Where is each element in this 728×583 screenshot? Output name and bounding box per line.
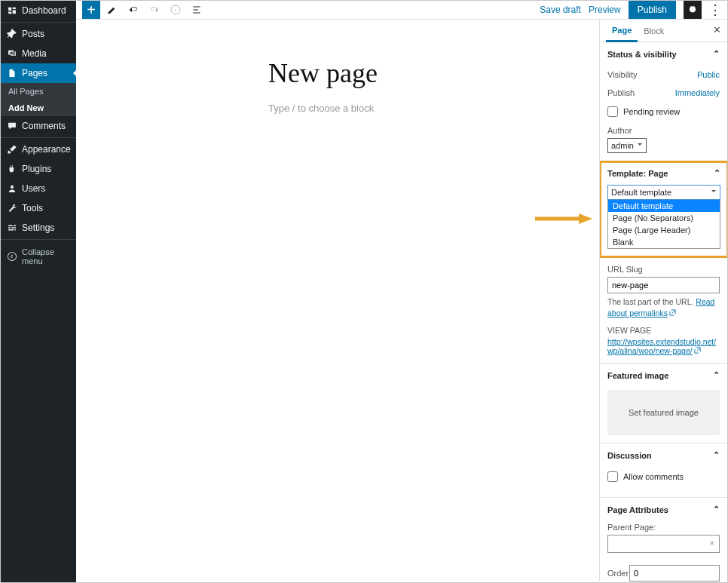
- sidebar-item-media[interactable]: Media: [1, 44, 76, 63]
- pending-review-checkbox[interactable]: [607, 106, 618, 117]
- allow-comments-checkbox[interactable]: [607, 471, 618, 482]
- panel-discussion-toggle[interactable]: Discussion ⌃: [600, 443, 727, 467]
- sidebar-item-label: Pages: [22, 68, 47, 78]
- settings-toggle-button[interactable]: [684, 1, 702, 19]
- author-select[interactable]: admin: [607, 138, 647, 153]
- collapse-icon: [7, 251, 17, 262]
- sliders-icon: [7, 222, 17, 233]
- visibility-button[interactable]: Public: [697, 70, 720, 79]
- sidebar-item-tools[interactable]: Tools: [1, 198, 76, 218]
- sidebar-item-posts[interactable]: Posts: [1, 24, 76, 44]
- block-placeholder[interactable]: Type / to choose a block: [268, 103, 599, 114]
- sidebar-item-comments[interactable]: Comments: [1, 116, 76, 136]
- tab-page[interactable]: Page: [606, 20, 638, 42]
- panel-title: Page Attributes: [607, 505, 668, 514]
- settings-sidebar: Page Block ✕ Status & visibility ⌃ Visib…: [599, 20, 727, 583]
- parent-page-label: Parent Page:: [607, 523, 720, 532]
- tab-block[interactable]: Block: [638, 21, 670, 41]
- page-url-link[interactable]: http://wpsites.extendstudio.net/wp/alina…: [607, 337, 720, 355]
- external-link-icon: [669, 308, 676, 315]
- brush-icon: [7, 144, 17, 155]
- sidebar-item-appearance[interactable]: Appearance: [1, 140, 76, 159]
- permalink-help-text: The last part of the URL. Read about per…: [607, 293, 720, 321]
- set-featured-image-button[interactable]: Set featured image: [607, 390, 720, 435]
- panel-title: Discussion: [607, 451, 652, 460]
- url-slug-label: URL Slug: [607, 265, 720, 274]
- panel-status-toggle[interactable]: Status & visibility ⌃: [600, 42, 727, 66]
- undo-button[interactable]: [124, 1, 142, 19]
- user-icon: [7, 183, 17, 194]
- template-option[interactable]: Page (Large Header): [608, 224, 720, 236]
- close-settings-button[interactable]: ✕: [713, 24, 721, 35]
- sidebar-item-users[interactable]: Users: [1, 179, 76, 198]
- info-button[interactable]: [167, 1, 185, 19]
- template-option[interactable]: Blank: [608, 236, 720, 248]
- sidebar-item-pages[interactable]: Pages: [1, 63, 76, 83]
- media-icon: [7, 48, 17, 59]
- sidebar-item-label: Users: [22, 183, 45, 194]
- sidebar-item-label: Media: [22, 48, 47, 59]
- comment-icon: [7, 121, 17, 131]
- publish-button[interactable]: Publish: [629, 1, 676, 19]
- panel-featured-toggle[interactable]: Featured image ⌃: [600, 364, 727, 387]
- page-icon: [7, 68, 17, 78]
- sidebar-item-label: Tools: [22, 203, 43, 213]
- page-title-input[interactable]: New page: [268, 57, 599, 89]
- order-input[interactable]: [629, 565, 720, 581]
- chevron-up-icon: ⌃: [713, 450, 720, 460]
- clear-parent-button[interactable]: ×: [710, 539, 714, 548]
- admin-sidebar: Dashboard Posts Media Pages All Pages Ad…: [1, 1, 76, 582]
- plug-icon: [7, 164, 17, 174]
- pending-review-label: Pending review: [623, 107, 680, 116]
- panel-attributes-toggle[interactable]: Page Attributes ⌃: [600, 498, 727, 521]
- template-select[interactable]: Default template: [607, 185, 720, 200]
- panel-template-toggle[interactable]: Template: Page ⌃: [600, 161, 727, 185]
- sidebar-item-label: Dashboard: [22, 5, 66, 16]
- edit-mode-button[interactable]: [103, 1, 121, 19]
- panel-title: Status & visibility: [607, 50, 677, 59]
- svg-point-1: [8, 252, 16, 260]
- collapse-label: Collapse menu: [22, 247, 70, 265]
- dashboard-icon: [7, 5, 17, 16]
- sidebar-item-label: Comments: [22, 121, 66, 131]
- parent-page-select[interactable]: ×: [607, 535, 720, 553]
- author-label: Author: [607, 126, 720, 135]
- add-block-button[interactable]: +: [82, 1, 100, 19]
- preview-button[interactable]: Preview: [589, 5, 621, 15]
- url-slug-input[interactable]: [607, 277, 720, 293]
- template-option[interactable]: Default template: [608, 200, 720, 212]
- template-option[interactable]: Page (No Separators): [608, 212, 720, 224]
- pin-icon: [7, 29, 17, 39]
- external-link-icon: [694, 346, 701, 353]
- more-options-button[interactable]: ⋮: [709, 1, 721, 19]
- order-label: Order: [607, 569, 629, 578]
- wrench-icon: [7, 203, 17, 213]
- editor-canvas[interactable]: New page Type / to choose a block: [76, 20, 599, 583]
- collapse-menu[interactable]: Collapse menu: [1, 241, 76, 272]
- chevron-up-icon: ⌃: [714, 168, 720, 178]
- visibility-label: Visibility: [607, 70, 638, 79]
- sidebar-item-plugins[interactable]: Plugins: [1, 159, 76, 179]
- sidebar-item-label: Settings: [22, 222, 54, 233]
- panel-title: Template: Page: [607, 169, 668, 178]
- chevron-up-icon: ⌃: [713, 370, 720, 380]
- outline-button[interactable]: [188, 1, 206, 19]
- chevron-up-icon: ⌃: [713, 49, 720, 59]
- sidebar-item-settings[interactable]: Settings: [1, 218, 76, 238]
- sidebar-item-dashboard[interactable]: Dashboard: [1, 1, 76, 20]
- sidebar-item-label: Posts: [22, 29, 44, 39]
- sidebar-item-label: Appearance: [22, 144, 71, 155]
- chevron-up-icon: ⌃: [713, 505, 720, 514]
- redo-button[interactable]: [145, 1, 164, 19]
- sidebar-sub-all-pages[interactable]: All Pages: [1, 83, 76, 100]
- sidebar-sub-add-new[interactable]: Add New: [1, 100, 76, 116]
- publish-label: Publish: [607, 88, 635, 97]
- view-page-label: VIEW PAGE: [607, 326, 720, 335]
- svg-point-0: [11, 186, 14, 189]
- template-dropdown: Default template Page (No Separators) Pa…: [607, 200, 720, 249]
- panel-title: Featured image: [607, 371, 668, 380]
- allow-comments-label: Allow comments: [623, 472, 684, 481]
- save-draft-button[interactable]: Save draft: [540, 5, 581, 15]
- publish-date-button[interactable]: Immediately: [675, 88, 720, 97]
- editor-toolbar: + Save draft Preview Publish ⋮: [76, 1, 727, 20]
